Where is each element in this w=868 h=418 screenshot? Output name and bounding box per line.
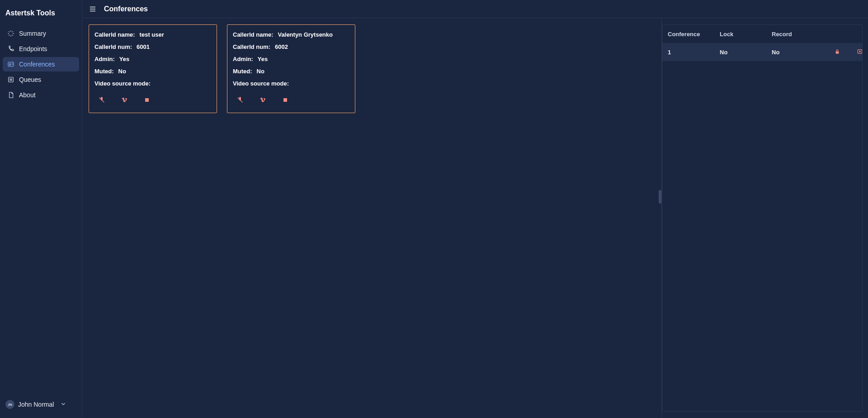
- lock-icon: [834, 48, 840, 56]
- sidebar-item-label: Queues: [19, 76, 41, 83]
- sidebar-item-label: Endpoints: [19, 45, 47, 52]
- conferences-table: Conference Lock Record 1 No No: [662, 24, 863, 412]
- header-record: Record: [772, 31, 826, 38]
- table-header-row: Conference Lock Record: [662, 25, 862, 43]
- mute-button[interactable]: [97, 96, 106, 105]
- lock-action-button[interactable]: [826, 48, 849, 56]
- stop-icon: [143, 96, 151, 105]
- video-button[interactable]: [120, 96, 129, 105]
- sidebar-item-queues[interactable]: Queues: [3, 72, 79, 87]
- value-callerid-num: 6002: [275, 43, 288, 50]
- stop-icon: [282, 96, 289, 105]
- table-row[interactable]: 1 No No: [662, 43, 862, 61]
- label-admin: Admin:: [94, 56, 115, 62]
- sidebar-item-label: Summary: [19, 30, 46, 37]
- conferences-panel: Conference Lock Record 1 No No: [661, 18, 868, 418]
- topbar: Conferences: [82, 0, 868, 18]
- sidebar-item-summary[interactable]: Summary: [3, 26, 79, 41]
- chevron-down-icon: [60, 401, 66, 408]
- user-menu[interactable]: JN John Normal: [0, 395, 82, 413]
- value-admin: Yes: [119, 56, 129, 62]
- avatar: JN: [5, 400, 14, 409]
- label-callerid-name: CallerId name:: [94, 31, 135, 38]
- svg-point-1: [9, 63, 11, 65]
- svg-rect-5: [836, 51, 839, 53]
- mute-button[interactable]: [236, 96, 245, 105]
- microphone-slash-icon: [98, 96, 105, 105]
- value-callerid-num: 6001: [137, 43, 150, 50]
- video-button[interactable]: [258, 96, 267, 105]
- value-muted: No: [118, 68, 126, 75]
- label-callerid-name: CallerId name:: [233, 31, 274, 38]
- id-card-icon: [7, 61, 14, 68]
- user-name: John Normal: [18, 401, 54, 408]
- cell-conference: 1: [668, 49, 720, 56]
- summary-icon: [7, 30, 14, 37]
- sidebar-item-about[interactable]: About: [3, 88, 79, 102]
- brand-title: Astertsk Tools: [0, 5, 82, 26]
- nav: Summary Endpoints Conferences Queues: [0, 26, 82, 395]
- label-callerid-num: CallerId num:: [233, 43, 270, 50]
- kick-button[interactable]: [142, 96, 151, 105]
- participants-area: CallerId name: test user CallerId num: 6…: [82, 18, 661, 418]
- svg-rect-3: [145, 98, 149, 102]
- participant-card: CallerId name: test user CallerId num: 6…: [89, 24, 217, 113]
- value-muted: No: [257, 68, 264, 75]
- sidebar-item-endpoints[interactable]: Endpoints: [3, 42, 79, 56]
- scrollbar-thumb[interactable]: [659, 190, 661, 204]
- menu-toggle-button[interactable]: [89, 5, 97, 13]
- label-video-mode: Video source mode:: [94, 80, 151, 87]
- label-video-mode: Video source mode:: [233, 80, 289, 87]
- label-admin: Admin:: [233, 56, 253, 62]
- sidebar-item-label: Conferences: [19, 61, 55, 68]
- kick-button[interactable]: [281, 96, 290, 105]
- vimeo-icon: [259, 96, 266, 105]
- label-callerid-num: CallerId num:: [94, 43, 132, 50]
- phone-icon: [7, 45, 14, 52]
- value-callerid-name: test user: [140, 31, 164, 38]
- record-box-icon: [857, 48, 863, 56]
- header-lock: Lock: [720, 31, 772, 38]
- cell-lock: No: [720, 49, 772, 56]
- vimeo-icon: [121, 96, 128, 105]
- participant-card: CallerId name: Valentyn Grytsenko Caller…: [227, 24, 355, 113]
- record-action-button[interactable]: [849, 48, 863, 56]
- sidebar-item-conferences[interactable]: Conferences: [3, 57, 79, 71]
- sidebar-item-label: About: [19, 91, 36, 99]
- value-callerid-name: Valentyn Grytsenko: [278, 31, 333, 38]
- cell-record: No: [772, 49, 826, 56]
- svg-rect-0: [8, 62, 14, 66]
- header-conference: Conference: [668, 31, 720, 38]
- microphone-slash-icon: [236, 96, 244, 105]
- label-muted: Muted:: [94, 68, 114, 75]
- label-muted: Muted:: [233, 68, 252, 75]
- queue-icon: [7, 76, 14, 83]
- svg-point-7: [859, 51, 861, 52]
- sidebar: Astertsk Tools Summary Endpoints Confere…: [0, 0, 82, 418]
- value-admin: Yes: [258, 56, 268, 62]
- page-title: Conferences: [104, 5, 148, 13]
- svg-rect-4: [283, 98, 287, 102]
- file-icon: [7, 91, 14, 99]
